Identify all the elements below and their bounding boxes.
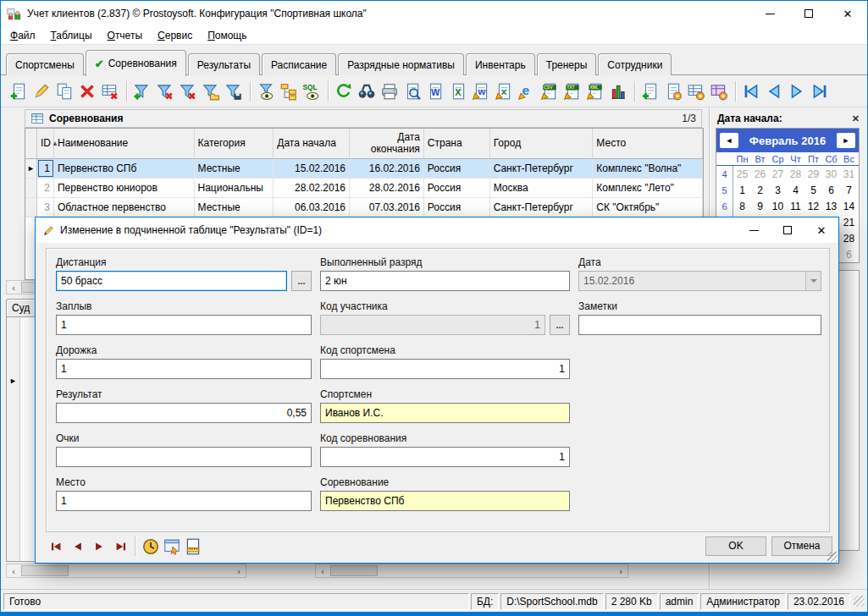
- competition-code-input[interactable]: [320, 447, 570, 467]
- calendar-day[interactable]: 7: [840, 184, 858, 196]
- chart-icon[interactable]: [607, 80, 629, 102]
- print-preview-icon[interactable]: [401, 80, 423, 102]
- resize-grip[interactable]: [854, 596, 865, 607]
- add-filter-icon[interactable]: [131, 80, 153, 102]
- table-cell[interactable]: Россия: [424, 179, 490, 197]
- table-cell[interactable]: Санкт-Петербург: [490, 159, 594, 178]
- sql-filter-icon[interactable]: SQL: [301, 80, 323, 102]
- calendar-day[interactable]: 2: [751, 184, 769, 196]
- close-button[interactable]: ✕: [828, 1, 867, 26]
- table-row[interactable]: ►1Первенство СПбМестные15.02.201616.02.2…: [25, 159, 703, 179]
- calendar-day[interactable]: 1: [733, 184, 751, 196]
- table-cell[interactable]: 28.02.2016: [350, 179, 424, 197]
- search-icon[interactable]: [356, 80, 378, 102]
- mailmerge-excel-icon[interactable]: X: [493, 80, 515, 102]
- dialog-close-button[interactable]: ✕: [804, 217, 838, 243]
- tab-staff[interactable]: Сотрудники: [598, 53, 672, 75]
- calendar-day[interactable]: 28: [787, 168, 804, 180]
- ruler-icon[interactable]: [182, 536, 202, 556]
- table-cell[interactable]: СК "Октябрь": [593, 198, 703, 217]
- export-xml-icon[interactable]: XML: [584, 80, 606, 102]
- table-cell[interactable]: 28.02.2016: [274, 179, 350, 197]
- column-header[interactable]: Категория: [195, 129, 274, 158]
- dnav-next-icon[interactable]: [88, 536, 108, 556]
- distance-lookup-button[interactable]: ...: [291, 271, 312, 291]
- table-cell[interactable]: 2: [37, 179, 54, 197]
- tab-competitions[interactable]: ✔Соревнования: [86, 50, 186, 76]
- nav-next-icon[interactable]: [786, 80, 808, 102]
- table-cell[interactable]: Россия: [424, 159, 490, 178]
- calendar-day[interactable]: 14: [840, 201, 858, 212]
- export-txt-icon[interactable]: TXT: [561, 80, 583, 102]
- copy-record-icon[interactable]: [53, 80, 75, 102]
- calendar-day[interactable]: 30: [822, 168, 840, 180]
- calendar-day[interactable]: 31: [840, 168, 858, 180]
- table-cell[interactable]: Первенство СПб: [54, 159, 195, 178]
- delete-record-icon[interactable]: [76, 80, 98, 102]
- tab-athletes[interactable]: Спортсмены: [6, 53, 84, 75]
- filter-tree-icon[interactable]: [278, 80, 300, 102]
- column-header[interactable]: Страна: [424, 129, 490, 158]
- print-icon[interactable]: [379, 80, 401, 102]
- rank-input[interactable]: [320, 271, 570, 291]
- table-cell[interactable]: Россия: [424, 198, 490, 217]
- calendar-day[interactable]: 11: [787, 201, 804, 212]
- column-header[interactable]: Дата начала: [274, 129, 350, 158]
- table-cell[interactable]: Комплекс "Волна": [593, 159, 703, 178]
- export-excel-icon[interactable]: X: [447, 80, 469, 102]
- menu-item-service[interactable]: Сервис: [150, 28, 200, 43]
- notes-input[interactable]: [578, 315, 821, 335]
- tab-results[interactable]: Результаты: [188, 53, 260, 75]
- column-header[interactable]: Город: [490, 129, 594, 158]
- remove-filter-icon[interactable]: [154, 80, 176, 102]
- menu-item-tables[interactable]: Таблицы: [43, 28, 100, 43]
- competition-input[interactable]: [320, 491, 570, 511]
- dialog-minimize-button[interactable]: [737, 217, 771, 243]
- ok-button[interactable]: OK: [705, 536, 766, 556]
- dnav-prev-icon[interactable]: [67, 536, 87, 556]
- table-cell[interactable]: Санкт-Петербург: [490, 198, 594, 217]
- table-cell[interactable]: 15.02.2016: [274, 159, 350, 178]
- new-linked-record-icon[interactable]: [639, 80, 661, 102]
- export-word-icon[interactable]: W: [424, 80, 446, 102]
- result-input[interactable]: [56, 403, 312, 423]
- calendar-day[interactable]: 6: [840, 249, 858, 261]
- tab-coaches[interactable]: Тренеры: [537, 53, 597, 75]
- mailmerge-word-icon[interactable]: W: [470, 80, 492, 102]
- table-cell[interactable]: 06.03.2016: [274, 198, 350, 217]
- calendar-day[interactable]: 27: [769, 168, 787, 180]
- show-filter-icon[interactable]: [255, 80, 277, 102]
- dialog-maximize-button[interactable]: [771, 217, 804, 243]
- table-cell[interactable]: 07.03.2016: [350, 198, 424, 217]
- table-cell[interactable]: Областное первенство: [54, 198, 195, 217]
- dialog-resize-grip[interactable]: [827, 552, 838, 562]
- column-header[interactable]: Наименование: [54, 129, 195, 158]
- delete-table-records-icon[interactable]: [99, 80, 121, 102]
- dnav-last-icon[interactable]: [109, 536, 130, 556]
- new-record-icon[interactable]: [8, 80, 30, 102]
- nav-last-icon[interactable]: [809, 80, 831, 102]
- load-filter-icon[interactable]: [200, 80, 222, 102]
- table-cell[interactable]: Местные: [195, 159, 274, 178]
- calendar-day[interactable]: 8: [733, 201, 751, 212]
- scroll-right-icon[interactable]: ›: [614, 564, 628, 577]
- calendar-prev-button[interactable]: ◄: [720, 133, 738, 148]
- calendar-day[interactable]: 25: [733, 168, 751, 180]
- scroll-thumb[interactable]: [21, 565, 69, 576]
- nav-first-icon[interactable]: [740, 80, 762, 102]
- table-cell[interactable]: 16.02.2016: [350, 159, 424, 178]
- save-filter-icon[interactable]: [223, 80, 245, 102]
- scroll-left-icon[interactable]: ‹: [7, 281, 20, 294]
- table-cell[interactable]: Местные: [195, 198, 274, 217]
- form-properties-icon[interactable]: [708, 80, 730, 102]
- calendar-day[interactable]: 26: [751, 168, 769, 180]
- minimize-button[interactable]: [750, 1, 789, 26]
- tab-inventory[interactable]: Инвентарь: [466, 53, 535, 75]
- calendar-day[interactable]: 21: [840, 217, 858, 228]
- scroll-thumb[interactable]: [330, 565, 378, 576]
- panel-close-icon[interactable]: ✕: [852, 113, 860, 124]
- dnav-first-icon[interactable]: [46, 536, 66, 556]
- calendar-day[interactable]: 4: [787, 184, 804, 196]
- table-properties-icon[interactable]: [685, 80, 707, 102]
- column-header[interactable]: Дата окончания: [350, 129, 424, 158]
